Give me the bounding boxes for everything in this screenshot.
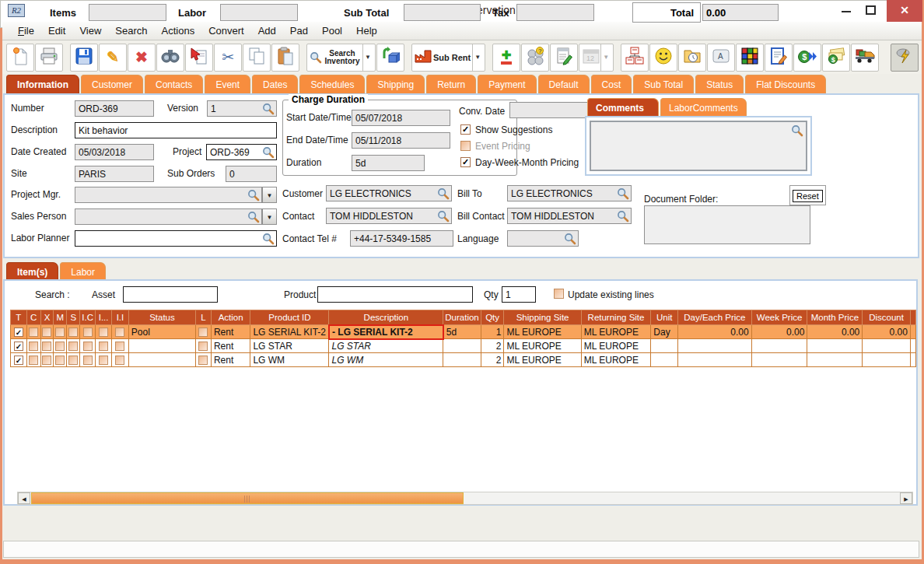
cell-product-id[interactable]: LG STAR: [250, 339, 329, 353]
cell-action[interactable]: Rent: [211, 339, 250, 353]
tab-labor-comments[interactable]: LaborComments: [660, 98, 747, 116]
menu-convert[interactable]: Convert: [201, 25, 251, 37]
tab-items[interactable]: Item(s): [6, 262, 58, 281]
scroll-right-button[interactable]: ▶: [900, 492, 912, 504]
tab-shipping[interactable]: Shipping: [366, 75, 425, 93]
column-header-i[interactable]: I...: [96, 310, 112, 325]
update-existing-checkbox[interactable]: [554, 289, 564, 299]
cell-idot[interactable]: [96, 353, 112, 367]
cell-ic[interactable]: [80, 339, 96, 353]
cell-shipping-site[interactable]: ML EUROPE: [504, 339, 581, 353]
menu-pool[interactable]: Pool: [315, 25, 349, 37]
cell-l[interactable]: [196, 325, 212, 339]
cell-x[interactable]: [40, 353, 54, 367]
column-header-duration[interactable]: Duration: [443, 310, 481, 325]
minimize-button[interactable]: [842, 11, 851, 12]
reset-button[interactable]: Reset: [793, 190, 823, 202]
row-checkbox[interactable]: [115, 342, 124, 351]
item-row[interactable]: ✓RentLG STARLG STAR2ML EUROPEML EUROPE: [11, 339, 916, 353]
bill-contact-search-icon[interactable]: [617, 210, 629, 222]
row-checkbox[interactable]: [99, 342, 108, 351]
cell-status[interactable]: [128, 339, 195, 353]
cell-product-id[interactable]: LG WM: [250, 353, 329, 367]
row-checkbox[interactable]: [68, 356, 78, 365]
row-checkbox[interactable]: [68, 342, 78, 351]
notepad-button[interactable]: [550, 44, 578, 72]
menu-edit[interactable]: Edit: [41, 25, 72, 37]
item-row[interactable]: ✓PoolRentLG SERIAL KIT-2- LG SERIAL KIT-…: [11, 325, 916, 339]
cell-duration[interactable]: 5d: [443, 325, 481, 339]
cell-unit[interactable]: Day: [651, 325, 678, 339]
labor-planner-field[interactable]: [75, 230, 277, 247]
column-header-description[interactable]: Description: [329, 310, 443, 325]
row-checkbox[interactable]: [42, 342, 51, 351]
column-header-l[interactable]: L: [196, 310, 212, 325]
cell-s[interactable]: [67, 325, 80, 339]
project-field[interactable]: ORD-369: [206, 144, 277, 160]
menu-pad[interactable]: Pad: [283, 25, 315, 37]
save-button[interactable]: [70, 44, 98, 72]
sales-person-search-icon[interactable]: [247, 211, 260, 223]
description-field[interactable]: Kit behavior: [75, 122, 277, 138]
shortcut-key-button[interactable]: A: [707, 44, 735, 72]
row-checkbox[interactable]: [55, 356, 65, 365]
cell-month-price[interactable]: [807, 339, 863, 353]
cell-qty[interactable]: 2: [481, 353, 504, 367]
cell-ic[interactable]: [80, 353, 96, 367]
transfer-button[interactable]: [185, 44, 213, 72]
cell-status[interactable]: [128, 353, 195, 367]
cell-m[interactable]: [54, 339, 67, 353]
tab-flat-discounts[interactable]: Flat Discounts: [745, 75, 826, 93]
cell-m[interactable]: [54, 353, 67, 367]
tab-cost[interactable]: Cost: [591, 75, 632, 93]
tab-return[interactable]: Return: [426, 75, 476, 93]
cell-s[interactable]: [67, 339, 80, 353]
scrollbar-thumb[interactable]: [31, 492, 464, 504]
tab-comments[interactable]: Comments: [587, 98, 659, 116]
row-checkbox[interactable]: [99, 328, 108, 337]
version-search-icon[interactable]: [262, 103, 275, 115]
column-header-status[interactable]: Status: [128, 310, 195, 325]
convert-button[interactable]: [376, 44, 404, 72]
cell-day-each-price[interactable]: [678, 353, 752, 367]
project-mgr-search-icon[interactable]: [247, 189, 260, 201]
menu-search[interactable]: Search: [108, 25, 154, 37]
cell-c[interactable]: [26, 339, 40, 353]
cell-l[interactable]: [196, 339, 212, 353]
forward-money-button[interactable]: $: [793, 44, 821, 72]
column-header-discount[interactable]: Discount: [863, 310, 911, 325]
menu-actions[interactable]: Actions: [155, 25, 202, 37]
cell-qty[interactable]: 1: [481, 325, 504, 339]
cell-day-each-price[interactable]: [678, 339, 752, 353]
paste-button[interactable]: [271, 44, 299, 72]
column-header-month-price[interactable]: Month Price: [807, 310, 863, 325]
tab-schedules[interactable]: Schedules: [299, 75, 365, 93]
row-checkbox[interactable]: [115, 356, 124, 365]
cell-returning-site[interactable]: ML EUROPE: [581, 353, 651, 367]
search-inventory-dropdown-icon[interactable]: ▼: [362, 44, 373, 71]
cell-ic[interactable]: [80, 325, 96, 339]
cell-shipping-site[interactable]: ML EUROPE: [504, 325, 581, 339]
column-header-i-i[interactable]: I.I: [112, 310, 129, 325]
pool-button[interactable]: ?: [521, 44, 549, 72]
row-checkbox[interactable]: [198, 342, 208, 351]
row-checkbox[interactable]: [83, 342, 93, 351]
delete-button[interactable]: ✖: [128, 44, 156, 72]
column-header-action[interactable]: Action: [211, 310, 250, 325]
show-suggestions-checkbox[interactable]: ✓: [460, 124, 471, 135]
cell-c[interactable]: [26, 353, 40, 367]
maximize-button[interactable]: [866, 5, 876, 15]
column-header-t[interactable]: T: [11, 310, 27, 325]
search-inventory-button[interactable]: Search Inventory ▼: [306, 44, 376, 72]
menu-file[interactable]: File: [11, 25, 41, 37]
bill-to-search-icon[interactable]: [617, 187, 629, 200]
billing-button[interactable]: $: [822, 44, 850, 72]
find-button[interactable]: [156, 44, 184, 72]
column-header-returning-site[interactable]: Returning Site: [581, 310, 651, 325]
cell-unit[interactable]: [651, 339, 678, 353]
inventory-blocks-button[interactable]: [736, 44, 764, 72]
cell-duration[interactable]: [443, 339, 481, 353]
column-header-m[interactable]: M: [54, 310, 67, 325]
sub-rent-button[interactable]: Sub Rent ▼: [411, 44, 485, 72]
project-mgr-dropdown[interactable]: ▼: [262, 187, 277, 203]
